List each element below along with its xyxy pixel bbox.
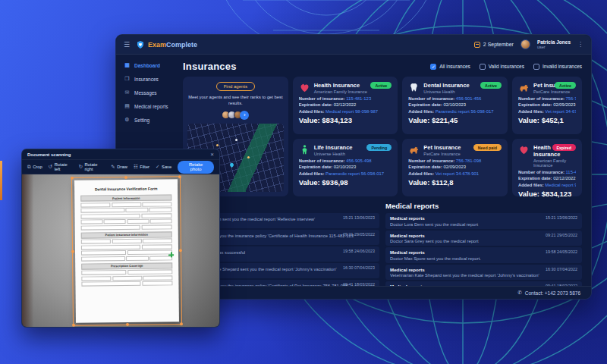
user-info: Patricia Jones user [537,39,571,50]
clipboard-icon: ▤ [124,103,131,109]
user-avatar[interactable] [521,39,530,49]
crop-handle[interactable] [126,323,129,326]
scanned-photo-area: Dental Insurance Verification Form Patie… [22,174,219,327]
crop-handle[interactable] [71,177,74,180]
crop-handle[interactable] [72,324,75,327]
draw-tool-button[interactable]: ✎Draw [111,164,127,170]
status-badge: Active [480,82,502,89]
added-file-link[interactable]: Medical report 98-098-987 [545,183,576,187]
added-file-link[interactable]: Paramedic report 56-098-017 [436,109,494,114]
save-tool-button[interactable]: ✓Save [156,164,171,170]
card-provider: PetCare Insurance [423,152,461,156]
filter-invalid-insurances[interactable]: Invalid insurances [533,64,582,70]
checkbox-icon[interactable] [480,64,486,70]
insurance-card-life-pending[interactable]: Life Insurance Universe Health Pending N… [293,139,398,196]
tooth-icon [408,82,420,93]
sidebar-item-medical-reports[interactable]: ▤ Medical reports [124,103,177,109]
crop-tool-button[interactable]: ⧉Crop [27,164,42,170]
status-badge: Active [370,82,392,89]
added-file-link[interactable]: Paramedic report 56-098-017 [326,171,384,176]
insurance-number-link[interactable]: 456-901-456 [456,96,481,101]
retake-photo-button[interactable]: Retake photo [178,161,214,174]
insurance-number-link[interactable]: 456-905-498 [346,158,371,163]
report-row[interactable]: Medical reports Doctor Max Spore sent yo… [385,247,582,263]
dashboard-icon: ▦ [124,62,131,68]
heart-icon [518,144,530,155]
sidebar-item-messages[interactable]: ✉ Messages [124,89,177,96]
form-section-header: Patient Insurance Information [81,231,172,238]
phone-icon: ✆ [517,290,521,296]
crop-icon: ⧉ [27,164,31,170]
scanner-title: Document scanning [27,152,71,157]
more-icon[interactable]: ⋮ [577,41,583,48]
crop-handle[interactable] [179,249,182,252]
added-file-link[interactable]: Vet report 34-678-901 [436,171,479,176]
heart-icon [299,82,310,93]
close-icon[interactable]: × [210,152,214,158]
insurance-card-health-expired[interactable]: Health Insurance American Family Insuran… [512,139,582,196]
insurance-number-link[interactable]: 756-781-098 [566,96,576,101]
added-file-link[interactable]: Vet report 34-678-901 [545,109,576,114]
map-marker [247,156,250,158]
dog-icon [518,82,530,93]
filter-icon: ☷ [134,164,138,170]
crop-handle[interactable] [180,322,183,325]
filter-tool-button[interactable]: ☷Filter [134,164,149,170]
filter-all-insurances[interactable]: ✓ All insurances [430,64,470,70]
shield-heart-icon [136,40,145,49]
rotate-right-button[interactable]: ↻Rotate right [78,162,105,171]
background-accent-strip [0,161,2,200]
map-location-pin [229,162,234,168]
crop-handle[interactable] [124,176,127,179]
insurance-number-link[interactable]: 756-781-098 [456,158,481,163]
menu-icon[interactable]: ☰ [124,41,130,49]
rotate-left-button[interactable]: ↺Rotate left [49,162,73,171]
card-value: Value: $112,8 [408,178,502,187]
report-row[interactable]: Medical reports Doctor Lora Dern sent yo… [385,213,582,229]
timestamp: 19:58 24/05/2022 [546,249,577,254]
find-agents-button[interactable]: Find agents [216,82,255,91]
report-row[interactable]: Medical reports Doctor Sara Grey sent yo… [385,231,582,246]
crop-handle[interactable] [178,175,181,178]
main-content: Insurances ✓ All insurances Valid insura… [177,55,591,286]
status-badge: Active [555,82,576,89]
scanner-toolbar: ⧉Crop ↺Rotate left ↻Rotate right ✎Draw ☷… [22,160,219,174]
agents-description: Meet your agents and see their ranks to … [187,95,284,107]
status-badge: Pending [366,144,392,151]
card-provider: Universe Health [423,89,469,94]
map-marker [235,139,237,141]
insurance-cards-grid: Health Insurance American Family Insuran… [183,77,582,196]
form-section-header: Prescription Coverage [81,262,172,269]
insurance-filters: ✓ All insurances Valid insurances Invali… [430,64,582,70]
status-badge: Expired [552,144,576,151]
card-title: Life Insurance [314,144,353,151]
rotate-left-icon: ↺ [49,164,52,170]
sidebar-item-dashboard[interactable]: ▦ Dashboard [124,62,177,68]
filter-valid-insurances[interactable]: Valid insurances [480,64,524,70]
envelope-icon: ✉ [124,89,131,96]
timestamp: 19:58 24/06/2023 [343,249,375,253]
crop-handle[interactable] [71,250,74,253]
calendar-icon [474,42,480,48]
insurance-card-pet-active[interactable]: Pet Insurance PetCare Insurance Active N… [512,77,582,134]
report-row[interactable]: Medical reports Veterinarian Kate Shepar… [385,265,582,281]
page-title: Insurances [183,61,237,72]
medical-reports-title: Medical reports [385,202,582,210]
insurance-number-link[interactable]: 115-481-123 [566,170,576,174]
card-value: Value: $834,123 [299,116,392,124]
card-provider: American Family Insurance [533,158,576,168]
checkbox-icon[interactable] [533,64,539,70]
form-title: Dental Insurance Verification Form [80,186,171,191]
card-value: Value: $221,45 [408,116,502,124]
sidebar-item-insurances[interactable]: ❐ Insurances [124,76,177,82]
date-display[interactable]: 2 September [474,42,514,48]
insurance-card-pet-need-paid[interactable]: Pet Insurance PetCare Insurance Need pai… [402,139,508,196]
insurance-card-dental-active[interactable]: Dental Insurance Universe Health Active … [402,77,508,134]
app-logo: ExamComplete [136,40,197,49]
insurance-number-link[interactable]: 115-481-123 [346,96,371,101]
agents-more-button[interactable]: › [240,111,249,120]
insurance-card-health-active[interactable]: Health Insurance American Family Insuran… [293,77,398,134]
checkbox-checked-icon[interactable]: ✓ [430,64,436,70]
sidebar-item-setting[interactable]: ⚙ Setting [124,117,177,123]
added-file-link[interactable]: Medical report 98-098-987 [326,109,378,114]
